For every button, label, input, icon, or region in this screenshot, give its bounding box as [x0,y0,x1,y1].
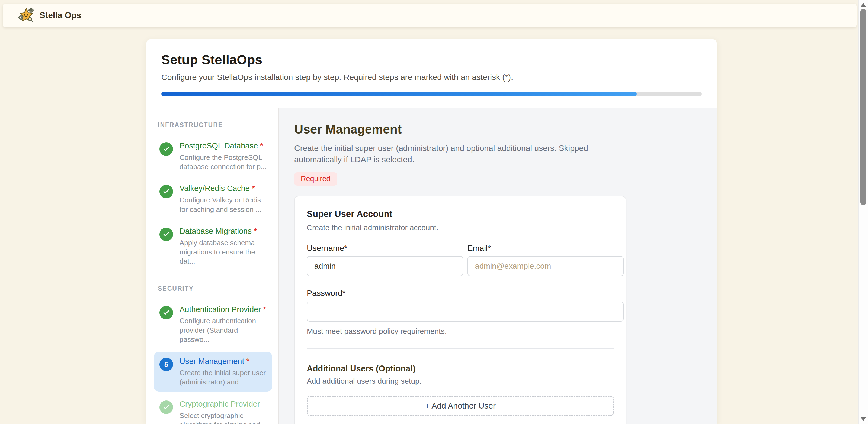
required-asterisk: * [254,227,257,235]
sidebar-item-user-management[interactable]: 5 User Management* Create the initial su… [154,352,272,391]
step-description: Select cryptographic algorithms for sign… [180,411,267,424]
step-description: Configure authentication provider (Stand… [180,316,267,344]
required-badge: Required [294,172,337,186]
scrollbar-up-arrow-icon[interactable] [860,3,866,7]
page-title: User Management [294,122,717,136]
step-description: Apply database schema migrations to ensu… [180,238,267,266]
section-divider [307,348,614,349]
check-icon [163,231,170,238]
setup-progress-bar [161,92,702,96]
step-title: Authentication Provider [180,305,261,314]
card-title: Super User Account [307,209,614,219]
step-number-badge: 5 [159,358,173,371]
email-label: Email* [467,243,624,253]
step-title: User Management [180,357,244,365]
username-label: Username* [307,243,463,253]
stellaops-logo-icon [18,7,35,24]
step-done-badge [159,228,173,241]
step-description: Create the initial super user (administr… [180,368,267,387]
card-subtitle: Create the initial administrator account… [307,224,614,232]
page-description: Create the initial super user (administr… [294,142,590,165]
sidebar-item-postgresql-database[interactable]: PostgreSQL Database* Configure the Postg… [154,136,272,176]
wizard-title: Setup StellaOps [161,52,702,67]
app-header: Stella Ops [3,3,857,27]
step-done-badge [159,142,173,156]
password-hint: Must meet password policy requirements. [307,327,614,336]
step-title: Cryptographic Provider [180,400,260,408]
add-another-user-button[interactable]: + Add Another User [307,396,614,416]
check-icon [163,309,170,316]
step-description: Configure the PostgreSQL database connec… [180,153,267,171]
check-icon [163,404,170,411]
email-field[interactable] [467,256,624,276]
setup-wizard-card: Setup StellaOps Configure your StellaOps… [147,39,717,424]
additional-users-title: Additional Users (Optional) [307,364,614,373]
check-icon [163,145,170,153]
sidebar-item-cryptographic-provider[interactable]: Cryptographic Provider Select cryptograp… [154,394,272,424]
required-asterisk: * [260,141,263,150]
password-label: Password* [307,289,614,298]
required-asterisk: * [247,357,249,365]
step-description: Configure Valkey or Redis for caching an… [180,195,267,214]
required-asterisk: * [263,305,266,314]
password-field[interactable] [307,301,624,322]
brand-name: Stella Ops [39,10,81,20]
scrollbar-thumb[interactable] [860,9,866,205]
section-label-security: SECURITY [158,285,272,292]
step-done-badge [159,185,173,198]
step-content-panel: User Management Create the initial super… [279,108,717,424]
sidebar-item-database-migrations[interactable]: Database Migrations* Apply database sche… [154,222,272,271]
required-asterisk: * [252,184,255,193]
step-done-badge [159,306,173,319]
step-title: Database Migrations [180,227,252,235]
wizard-subtitle: Configure your StellaOps installation st… [161,73,702,82]
check-icon [163,188,170,195]
step-title: Valkey/Redis Cache [180,184,250,193]
super-user-account-card: Super User Account Create the initial ad… [294,196,626,424]
scrollbar-down-arrow-icon[interactable] [860,417,866,421]
vertical-scrollbar[interactable] [858,0,868,424]
section-label-infrastructure: INFRASTRUCTURE [158,121,272,129]
username-field[interactable] [307,256,463,276]
setup-progress-fill [161,92,637,96]
wizard-header: Setup StellaOps Configure your StellaOps… [147,39,717,108]
step-title: PostgreSQL Database [180,141,258,150]
step-done-badge [159,400,173,414]
additional-users-subtitle: Add additional users during setup. [307,377,614,386]
wizard-steps-sidebar: INFRASTRUCTURE PostgreSQL Database* Conf… [147,108,279,424]
sidebar-item-valkey-redis-cache[interactable]: Valkey/Redis Cache* Configure Valkey or … [154,179,272,219]
sidebar-item-authentication-provider[interactable]: Authentication Provider* Configure authe… [154,300,272,349]
